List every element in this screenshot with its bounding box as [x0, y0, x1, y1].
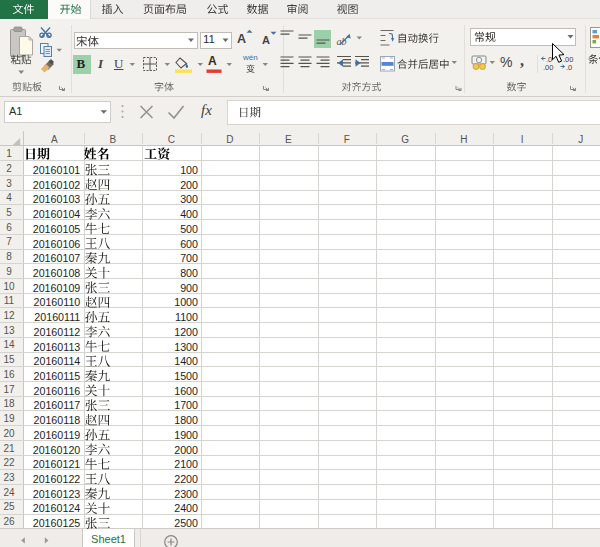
svg-text:.0: .0 [566, 63, 572, 72]
svg-text:ab: ab [337, 36, 347, 47]
svg-text:.00: .00 [543, 63, 553, 72]
